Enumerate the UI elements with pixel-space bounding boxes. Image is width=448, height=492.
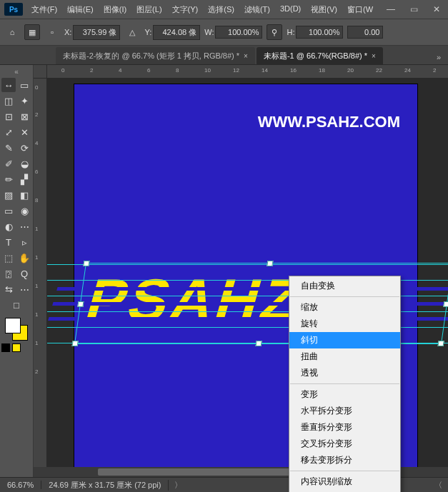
menu-filter[interactable]: 滤镜(T) [240, 1, 274, 18]
ctx-perspective[interactable]: 透视 [289, 365, 400, 381]
ruler-tick: 18 [319, 67, 325, 74]
menu-file[interactable]: 文件(F) [27, 1, 61, 18]
h-input[interactable]: 100.00% [296, 26, 343, 39]
tabs-overflow-icon[interactable]: » [434, 50, 444, 64]
ruler-tick: 4 [119, 67, 121, 74]
zoom-level[interactable]: 66.67% [0, 481, 41, 489]
ctx-split-cross[interactable]: 交叉拆分变形 [289, 436, 400, 452]
ctx-split-v[interactable]: 垂直拆分变形 [289, 419, 400, 436]
rotate-view-tool[interactable]: ✋ [17, 251, 31, 265]
ctx-remove-split[interactable]: 移去变形拆分 [289, 452, 400, 468]
transform-ref-icon[interactable]: ▦ [24, 24, 40, 40]
quickmask-tool[interactable]: Q [17, 266, 31, 281]
more-tools-icon[interactable]: ⋯ [17, 282, 31, 296]
ctx-separator [290, 296, 399, 297]
maximize-button[interactable]: ▭ [402, 0, 425, 19]
text-tool[interactable]: T [1, 235, 16, 249]
color-swatches[interactable] [5, 318, 28, 341]
zoom-tool[interactable]: ⍰ [1, 266, 16, 281]
ruler-tick: 24 [404, 67, 411, 74]
eraser-tool[interactable]: ✏ [1, 172, 16, 186]
x-input[interactable]: 375.99 像 [73, 25, 120, 40]
ctx-split-h[interactable]: 水平拆分变形 [289, 403, 400, 419]
ctx-rotate[interactable]: 旋转 [289, 316, 400, 332]
transform-handle[interactable] [267, 261, 273, 266]
menu-view[interactable]: 视图(V) [307, 1, 342, 18]
transform-handle[interactable] [72, 341, 79, 346]
menu-window[interactable]: 窗口(W [343, 1, 377, 18]
healing-tool[interactable]: ✎ [1, 141, 16, 155]
eyedropper-tool[interactable]: ✕ [17, 125, 31, 139]
menu-edit[interactable]: 编辑(E) [63, 1, 98, 18]
tab-close-icon[interactable]: × [372, 52, 376, 60]
direct-select-tool[interactable]: ▹ [17, 235, 31, 249]
fg-color-swatch[interactable] [5, 318, 21, 333]
brush-tool[interactable]: ⟳ [17, 141, 31, 155]
move-tool[interactable]: ↔ [1, 78, 16, 92]
menu-image[interactable]: 图像(I) [99, 1, 131, 18]
edit-toolbar-icon[interactable]: ⇆ [1, 282, 16, 296]
history-brush-tool[interactable]: ◒ [17, 156, 31, 171]
w-input[interactable]: 100.00% [215, 26, 262, 39]
ctx-warp[interactable]: 变形 [289, 386, 400, 403]
dodge-tool[interactable]: ◧ [17, 188, 31, 202]
ctx-free-transform[interactable]: 自由变换 [289, 278, 400, 294]
tab-label: 未标题-1 @ 66.7%(RGB/8#) * [264, 51, 367, 61]
menu-layer[interactable]: 图层(L) [132, 1, 166, 18]
screen-mode-icon[interactable]: □ [9, 298, 24, 312]
artboard-tool[interactable]: ▭ [17, 78, 31, 92]
transform-handle[interactable] [77, 301, 84, 307]
ruler-tick: 4 [35, 140, 38, 146]
transform-handle[interactable] [438, 341, 444, 346]
transform-handle[interactable] [443, 301, 448, 307]
stamp-tool[interactable]: ✐ [1, 156, 16, 171]
ruler-origin[interactable] [34, 65, 47, 78]
home-icon[interactable]: ⌂ [4, 24, 20, 40]
close-button[interactable]: ✕ [425, 0, 448, 19]
ruler-tick: 14 [262, 67, 268, 74]
ctx-skew[interactable]: 斜切 [289, 332, 400, 348]
pen-tool[interactable]: ▭ [1, 204, 16, 218]
ctx-separator [290, 471, 399, 471]
default-colors[interactable] [0, 343, 34, 355]
shape-tool[interactable]: ⋯ [17, 219, 31, 234]
marquee-tool[interactable]: ◫ [1, 94, 16, 108]
swap-xy-icon[interactable]: △ [124, 24, 140, 40]
minimize-button[interactable]: — [379, 0, 402, 19]
frame-tool[interactable]: ⤢ [1, 125, 16, 139]
menu-select[interactable]: 选择(S) [204, 1, 239, 18]
ruler-tick: 2 [35, 111, 38, 118]
object-select-tool[interactable]: ⊡ [1, 109, 16, 124]
ruler-vertical[interactable]: 0 2 4 6 8 1 1 1 1 1 2 [34, 79, 47, 467]
tab-close-icon[interactable]: × [244, 52, 248, 60]
tools-collapse-icon[interactable]: « [0, 68, 33, 76]
link-wh-icon[interactable]: ⚲ [267, 24, 282, 40]
blur-tool[interactable]: ▨ [1, 188, 16, 202]
document-info[interactable]: 24.69 厘米 x 31.75 厘米 (72 ppi) [41, 480, 169, 491]
lasso-tool[interactable]: ✦ [17, 94, 31, 108]
ctx-content-aware-scale[interactable]: 内容识别缩放 [289, 473, 400, 490]
tab-doc-2[interactable]: 未标题-1 @ 66.7%(RGB/8#) * × [257, 47, 383, 64]
hand-tool[interactable]: ⬚ [1, 251, 16, 265]
ruler-horizontal[interactable]: 0 2 4 6 8 10 12 14 16 18 20 22 24 2 [34, 65, 448, 79]
status-end-icon[interactable]: 〈 [429, 480, 448, 491]
transform-handle[interactable] [83, 261, 89, 266]
mini-yellow-icon[interactable] [12, 343, 21, 352]
rotation-input[interactable]: 0.00 [347, 26, 383, 39]
y-input[interactable]: 424.08 像 [153, 25, 200, 40]
mini-black-icon[interactable] [1, 343, 10, 352]
tab-doc-1[interactable]: 未标题-2-恢复的 @ 66.7% (矩形 1 拷贝, RGB/8#) * × [56, 47, 255, 64]
gradient-tool[interactable]: ▞ [17, 172, 31, 186]
ref-point-icon[interactable]: ▫ [44, 24, 60, 40]
transform-handle[interactable] [256, 341, 262, 346]
menu-3d[interactable]: 3D(D) [276, 1, 305, 18]
ctx-scale[interactable]: 缩放 [289, 299, 400, 316]
document-tabs: 未标题-2-恢复的 @ 66.7% (矩形 1 拷贝, RGB/8#) * × … [0, 46, 448, 65]
ctx-distort[interactable]: 扭曲 [289, 348, 400, 365]
type-tool[interactable]: ◉ [17, 204, 31, 218]
menu-type[interactable]: 文字(Y) [168, 1, 203, 18]
path-select-tool[interactable]: ◐ [1, 219, 16, 234]
scrollbar-thumb[interactable] [98, 468, 312, 476]
crop-tool[interactable]: ⊠ [17, 109, 31, 124]
status-chevron-icon[interactable]: 〉 [169, 480, 188, 491]
